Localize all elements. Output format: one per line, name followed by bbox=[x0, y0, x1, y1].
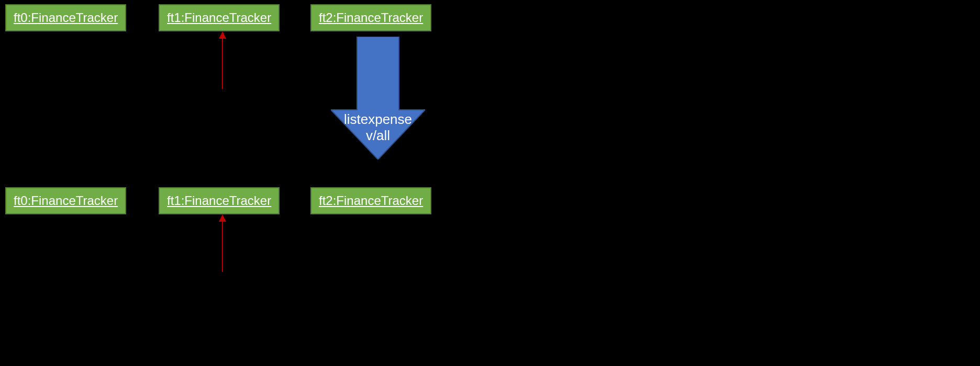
pointer-arrow-top bbox=[219, 31, 226, 89]
object-ft2-bottom: ft2:FinanceTracker bbox=[310, 187, 431, 214]
transition-label-line2: v/all bbox=[315, 128, 441, 144]
object-ft1-top: ft1:FinanceTracker bbox=[159, 4, 280, 31]
object-ft2-top: ft2:FinanceTracker bbox=[310, 4, 431, 31]
pointer-arrow-bottom bbox=[219, 214, 226, 272]
object-ft0-top: ft0:FinanceTracker bbox=[5, 4, 126, 31]
transition-label-line1: listexpense bbox=[315, 111, 441, 128]
object-ft0-bottom: ft0:FinanceTracker bbox=[5, 187, 126, 214]
object-ft1-bottom: ft1:FinanceTracker bbox=[159, 187, 280, 214]
transition-label: listexpense v/all bbox=[315, 111, 441, 144]
